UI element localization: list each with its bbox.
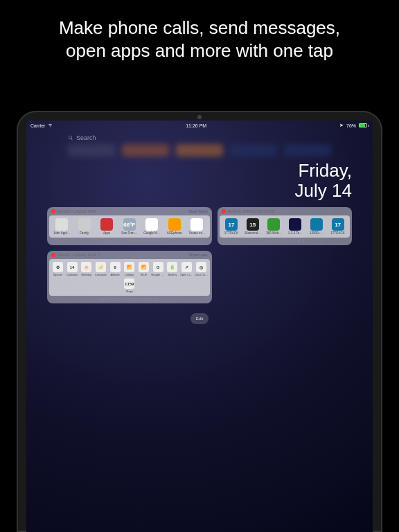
widget-body: John Appl…FamilyApps66°FSan Fran…Google … [49, 215, 210, 238]
app-item[interactable]: AGEphone [165, 218, 184, 235]
app-icon: 🔋 [167, 262, 177, 272]
app-item[interactable]: 360 Web… [264, 218, 283, 235]
camera-dot [197, 115, 202, 119]
widget-body: 1717TRACK1515second…360 Web…1-2-3 Ta…120… [220, 215, 350, 238]
date-month-day: July 14 [26, 181, 352, 201]
widget-magic-launcher: MAGIC LAUNCHER Show More John Appl…Famil… [47, 207, 212, 245]
app-icon: 🧭 [96, 262, 106, 272]
app-icon: 15 [247, 218, 259, 231]
search-bar[interactable]: Search [68, 133, 331, 143]
app-item[interactable]: 0Altitude [108, 262, 122, 276]
app-item[interactable]: ↗Open Lin… [180, 262, 194, 276]
app-item[interactable]: 🧭Compass [94, 262, 107, 276]
promo-headline: Make phone calls, send messages, open ap… [0, 0, 399, 69]
battery-pct: 76% [346, 123, 356, 128]
app-icon [190, 218, 203, 231]
show-more-button[interactable]: Show More [188, 209, 208, 213]
app-icon: ⚙ [53, 262, 63, 272]
app-label: Birthday [81, 273, 91, 276]
app-item[interactable]: ⚙System [51, 262, 64, 276]
status-time: 11:26 PM [186, 123, 206, 128]
edit-button[interactable]: Edit [190, 313, 209, 324]
app-item[interactable]: Apps [97, 218, 116, 235]
app-label: Steps [126, 290, 133, 293]
widget-magic-launcher-2: MAGIC LAUNCHER 2 Show Less ⚙System14Cale… [47, 251, 212, 303]
app-item[interactable]: Family [75, 218, 94, 235]
date-display: Friday, July 14 [26, 157, 373, 207]
battery-icon [359, 123, 369, 127]
app-label: Battery [168, 273, 177, 276]
app-label: Clear Cli… [195, 273, 208, 276]
app-label: Calendar [66, 273, 78, 276]
search-icon [68, 135, 73, 141]
location-icon: ➤ [339, 123, 344, 128]
app-item[interactable]: 1717TRACK [222, 218, 241, 235]
app-label: Wi-Fi [141, 273, 147, 276]
widget-title: MAGIC LAUNCHER [57, 209, 97, 213]
app-item[interactable]: 1-2-3 Ta… [285, 218, 305, 235]
app-item[interactable]: John Appl… [52, 218, 71, 235]
app-icon [267, 218, 280, 231]
app-item[interactable]: 📶Wi-Fi [136, 262, 150, 276]
app-item[interactable]: 🔋Battery [166, 262, 179, 276]
widget-title: MAGIC LAUNCHER 2 [57, 253, 100, 257]
promo-line-2: open apps and more with one tap [14, 39, 385, 62]
app-label: Altitude [110, 273, 119, 276]
app-icon [55, 218, 68, 231]
app-item[interactable]: 📶Cellular [123, 262, 136, 276]
carrier-label: Carrier [30, 123, 45, 128]
widget-footer: MAGIC LAUNCHER [47, 238, 212, 245]
app-label: John Appl… [53, 231, 70, 235]
app-label: 17TRACK [330, 231, 344, 235]
app-label: Google M… [143, 231, 160, 235]
app-icon: 🎂 [81, 262, 91, 272]
app-icon [145, 218, 158, 231]
app-label: AGEphone [167, 231, 182, 235]
promo-line-1: Make phone calls, send messages, [14, 17, 385, 39]
blurred-suggestions [68, 144, 331, 157]
widget-footer: MAGIC LAUNCHER 2 [47, 296, 212, 303]
search-placeholder: Search [76, 134, 96, 141]
widget-body: ⚙System14Calendar🎂Birthday🧭Compass0Altit… [49, 259, 210, 296]
app-label: Google S… [151, 273, 165, 276]
date-weekday: Friday, [26, 161, 352, 181]
app-label: 17TRACK [224, 231, 238, 235]
app-icon [289, 218, 301, 231]
app-item[interactable]: ◎Clear Cli… [194, 262, 208, 276]
app-item[interactable]: 66°FSan Fran… [120, 218, 139, 235]
app-badge-icon [222, 209, 226, 213]
app-label: 1-2-3 Ta… [288, 231, 303, 235]
app-icon: ◎ [196, 262, 206, 272]
app-icon: G [153, 262, 163, 272]
app-icon: 1159 [124, 278, 134, 289]
status-bar: Carrier 11:26 PM ➤ 76% [26, 121, 373, 130]
app-label: Cellular [125, 273, 134, 276]
app-item[interactable]: 12000+… [307, 218, 326, 235]
app-icon: ↗ [181, 262, 192, 272]
app-item[interactable]: GGoogle S… [151, 262, 165, 276]
app-icon: 17 [225, 218, 238, 231]
app-label: 12000+… [310, 231, 323, 235]
app-label: 7notes mi… [188, 231, 205, 235]
app-badge-icon [51, 253, 55, 257]
app-icon [310, 218, 323, 231]
app-icon: 📶 [139, 262, 149, 272]
app-label: 15second… [245, 231, 261, 235]
app-item[interactable]: 7notes mi… [187, 218, 206, 235]
app-label: Compass [95, 273, 107, 276]
app-item[interactable]: 14Calendar [65, 262, 79, 276]
app-badge-icon [51, 209, 55, 213]
app-label: Open Lin… [180, 273, 194, 276]
app-item[interactable]: 1159Steps [123, 278, 136, 293]
app-label: San Fran… [121, 231, 137, 235]
app-item[interactable]: 1515second… [243, 218, 263, 235]
app-icon [168, 218, 181, 231]
app-item[interactable]: Google M… [142, 218, 161, 235]
widget-magic-applications: MAGIC APPLICATIONS 1717TRACK1515second…3… [218, 207, 352, 245]
app-label: 360 Web… [266, 231, 281, 235]
app-icon: 17 [332, 218, 344, 231]
show-less-button[interactable]: Show Less [189, 253, 208, 257]
app-item[interactable]: 1717TRACK [328, 218, 348, 235]
app-icon: 0 [110, 262, 121, 272]
app-item[interactable]: 🎂Birthday [80, 262, 94, 276]
